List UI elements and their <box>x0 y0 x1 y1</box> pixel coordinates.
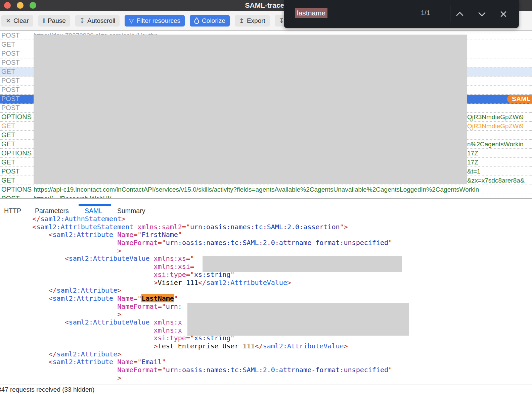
url-fragment: n%2CagentsWorkin <box>467 140 524 148</box>
method-label: GET <box>1 67 15 76</box>
method-label: OPTIONS <box>1 185 32 194</box>
droplet-icon <box>194 17 199 24</box>
detail-tab-bar: HTTPParametersSAMLSummary <box>0 199 532 217</box>
button-label: Autoscroll <box>87 17 115 24</box>
autoscroll-button[interactable]: ↧Autoscroll <box>75 15 120 27</box>
find-close-button[interactable] <box>497 8 509 20</box>
url-fragment: QjR3NmdieGpZWi9 <box>467 122 524 130</box>
method-label: GET <box>1 40 15 49</box>
tab-parameters[interactable]: Parameters <box>35 207 69 215</box>
url-fragment: &t=1 <box>467 167 481 176</box>
xml-line: <saml2:Attribute Name="FirstName" <box>0 231 532 239</box>
saml-xml-view: </saml2:AuthnStatement> <saml2:Attribute… <box>0 215 532 384</box>
xml-line: NameFormat="urn:oasis:names:tc:SAML:2.0:… <box>0 366 532 374</box>
method-label: POST <box>1 86 19 94</box>
xml-line: >Visier 111</saml2:AttributeValue> <box>0 279 532 287</box>
chevron-down-icon <box>476 8 488 20</box>
method-label: POST <box>1 58 19 67</box>
status-bar: 347 requests received (33 hidden) <box>0 385 532 394</box>
find-input[interactable]: lastname <box>295 8 327 18</box>
button-label: Pause <box>48 17 66 24</box>
url-fragment: QjR3NmdieGpZWi9 <box>467 113 524 121</box>
redaction-box <box>187 303 409 336</box>
xml-line: </saml2:Attribute> <box>0 287 532 295</box>
method-label: POST <box>1 167 19 176</box>
method-label: POST <box>1 77 19 85</box>
pause-icon: ‖ <box>43 18 45 24</box>
xml-line: xsi:type="xs:string" <box>0 271 532 279</box>
upload-icon: ↥ <box>239 18 244 24</box>
method-label: GET <box>1 140 15 148</box>
clear-button[interactable]: ✕Clear <box>1 15 33 27</box>
method-label: POST <box>1 49 19 58</box>
saml-tracer-window: SAML-tracer ✕Clear‖Pause↧Autoscroll▽Filt… <box>0 0 532 394</box>
url-fragment: 17Z <box>467 158 478 166</box>
colorize-button[interactable]: Colorize <box>190 15 230 27</box>
method-label: GET <box>1 131 15 139</box>
method-label: OPTIONS <box>1 149 32 157</box>
request-url: https://…/Research WebUI/… <box>34 194 118 198</box>
xml-line: <saml2:Attribute Name="Email" <box>0 358 532 366</box>
close-icon <box>497 8 509 20</box>
button-label: Colorize <box>202 17 225 24</box>
button-label: Clear <box>13 17 29 24</box>
filter-resources-button[interactable]: ▽Filter resources <box>125 15 185 27</box>
xml-line: > <box>0 374 532 382</box>
xml-line: NameFormat="urn:oasis:names:tc:SAML:2.0:… <box>0 239 532 247</box>
method-label: POST <box>1 95 19 103</box>
method-label: OPTIONS <box>1 113 32 121</box>
find-previous-button[interactable] <box>454 8 466 20</box>
xml-line: >Test Enterprise User 111</saml2:Attribu… <box>0 342 532 350</box>
xml-line: </saml2:Attribute> <box>0 350 532 358</box>
request-row[interactable]: OPTIONShttps://api-c19.incontact.com/inC… <box>0 185 532 194</box>
find-next-button[interactable] <box>476 8 488 20</box>
xml-line: </saml2:AuthnStatement> <box>0 215 532 223</box>
url-fragment: 17Z <box>467 149 478 157</box>
find-bar: lastname 1/1 <box>284 0 519 28</box>
funnel-icon: ▽ <box>129 18 134 24</box>
tab-http[interactable]: HTTP <box>4 207 21 215</box>
method-label: GET <box>1 176 15 185</box>
download-icon: ↧ <box>80 18 85 24</box>
import-icon: ↧ <box>279 18 284 24</box>
saml-badge: SAML <box>507 95 532 103</box>
url-fragment: &zx=x7sdc8arer8a& <box>467 176 525 185</box>
export-button[interactable]: ↥Export <box>235 15 270 27</box>
search-highlight: LastName <box>141 294 174 302</box>
method-label: GET <box>1 158 15 166</box>
find-bar-divider <box>450 5 450 21</box>
request-url: https://api-c19.incontact.com/inContactA… <box>34 185 479 194</box>
method-label: POST <box>1 31 19 40</box>
request-count-label: 347 requests received (33 hidden) <box>0 386 94 393</box>
method-label: POST <box>1 194 19 198</box>
pause-button[interactable]: ‖Pause <box>38 15 70 27</box>
redaction-box <box>34 35 467 184</box>
button-label: Export <box>247 17 265 24</box>
button-label: Filter resources <box>136 17 180 24</box>
xml-line: > <box>0 247 532 255</box>
find-match-counter: 1/1 <box>421 9 430 17</box>
xml-line: <saml2:AttributeStatement xmlns:saml2="u… <box>0 223 532 231</box>
active-tab-indicator <box>79 204 111 206</box>
method-label: GET <box>1 122 15 130</box>
clear-icon: ✕ <box>6 18 11 24</box>
method-label: POST <box>1 104 19 112</box>
droplet-icon <box>194 17 199 24</box>
xml-line: <saml2:Attribute Name="LastName" <box>0 295 532 303</box>
redaction-box <box>203 256 402 272</box>
tab-summary[interactable]: Summary <box>117 207 145 215</box>
chevron-up-icon <box>454 8 466 20</box>
request-row[interactable]: POSThttps://…/Research WebUI/… <box>0 194 532 198</box>
tab-saml[interactable]: SAML <box>85 207 102 215</box>
